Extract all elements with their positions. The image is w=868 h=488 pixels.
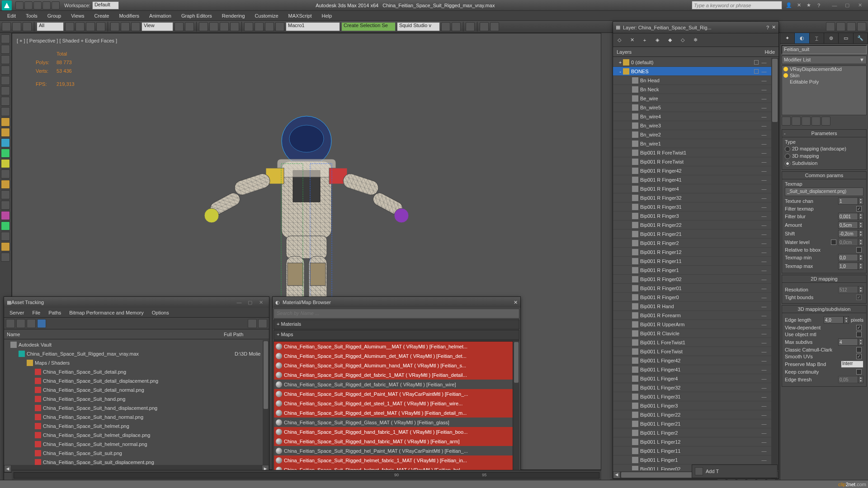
material-row[interactable]: China_Feitian_Space_Suit_Rigged_Aluminum… bbox=[274, 351, 513, 361]
material-row[interactable]: China_Feitian_Space_Suit_Rigged_det_stee… bbox=[274, 408, 513, 418]
filblur-spin[interactable]: ▲▼ bbox=[838, 213, 863, 220]
ltool-12[interactable] bbox=[1, 149, 10, 158]
app-logo[interactable] bbox=[2, 0, 12, 10]
menu-help[interactable]: Help bbox=[317, 12, 337, 20]
render-frame-icon[interactable] bbox=[490, 22, 499, 31]
layer-row[interactable]: +0 (default)— bbox=[613, 58, 771, 67]
layer-row[interactable]: Bip001 R Clavicle— bbox=[613, 329, 771, 338]
asset-col-name[interactable]: Name bbox=[7, 332, 224, 337]
material-row[interactable]: China_Feitian_Space_Suit_Rigged_hel_Pain… bbox=[274, 446, 513, 455]
asset-row[interactable]: China_Feitian_Space_Suit_hand.png bbox=[4, 394, 263, 404]
asset-row[interactable]: China_Feitian_Space_Suit_hand_displaceme… bbox=[4, 404, 263, 413]
layer-row[interactable]: Bip001 R Finger0— bbox=[613, 293, 771, 302]
col-layers[interactable]: Layers bbox=[617, 49, 764, 55]
layer-row[interactable]: Bip001 R Finger01— bbox=[613, 284, 771, 293]
freeze-layer-icon[interactable]: ❄ bbox=[691, 36, 700, 45]
unlink-icon[interactable] bbox=[12, 22, 21, 31]
layer-row[interactable]: Bip001 R UpperArm— bbox=[613, 320, 771, 329]
ltool-5[interactable] bbox=[1, 76, 10, 85]
layer-row[interactable]: Bip001 L Finger2— bbox=[613, 428, 771, 437]
layer-row[interactable]: Bip001 L ForeTwist1— bbox=[613, 338, 771, 347]
select-rect-icon[interactable] bbox=[86, 22, 95, 31]
pivot-icon[interactable] bbox=[175, 22, 184, 31]
configure-icon[interactable] bbox=[821, 117, 830, 126]
mat-list[interactable]: China_Feitian_Space_Suit_Rigged_Aluminum… bbox=[274, 341, 513, 486]
tag-icon[interactable] bbox=[695, 467, 703, 475]
snap-icon[interactable] bbox=[199, 22, 208, 31]
layer-row[interactable]: Bip001 R Finger11— bbox=[613, 257, 771, 266]
minimize-icon[interactable]: — bbox=[828, 1, 841, 9]
asset-menu-options[interactable]: Options bbox=[148, 309, 173, 317]
scale-icon[interactable] bbox=[131, 22, 140, 31]
maxsub-spin[interactable]: ▲▼ bbox=[838, 338, 863, 346]
modifier-stack[interactable]: VRayDisplacementModSkinEditable Poly bbox=[782, 66, 867, 115]
curve-ed-icon[interactable] bbox=[441, 22, 450, 31]
amount-spin[interactable]: ▲▼ bbox=[838, 221, 863, 229]
layer-row[interactable]: Bip001 R Finger12— bbox=[613, 248, 771, 257]
tmax-spin[interactable]: ▲▼ bbox=[838, 263, 863, 270]
squid-select[interactable]: Squid Studio v bbox=[397, 22, 440, 31]
useobj-chk[interactable] bbox=[856, 332, 862, 337]
asset-list[interactable]: Autodesk VaultChina_Feitian_Space_Suit_R… bbox=[4, 340, 263, 465]
add-to-layer-icon[interactable]: + bbox=[640, 36, 649, 45]
asset-tb2[interactable] bbox=[16, 319, 25, 328]
render-preset-icon[interactable] bbox=[826, 22, 835, 31]
layer-row[interactable]: Bip001 R Finger42— bbox=[613, 166, 771, 175]
workspace-select[interactable]: Default bbox=[92, 1, 119, 9]
material-row[interactable]: China_Feitian_Space_Suit_Rigged_Aluminum… bbox=[274, 342, 513, 351]
exchange-icon[interactable]: ✕ bbox=[795, 1, 803, 9]
layer-row[interactable]: Bip001 L Finger41— bbox=[613, 365, 771, 374]
tmin-spin[interactable]: ▲▼ bbox=[838, 254, 863, 261]
object-name[interactable]: Feitian_suit bbox=[782, 45, 867, 54]
layer-row[interactable]: Bip001 L Finger3— bbox=[613, 401, 771, 410]
pct-snap-icon[interactable] bbox=[220, 22, 229, 31]
layers-icon[interactable] bbox=[275, 22, 284, 31]
layer-row[interactable]: Bip001 L ForeTwist— bbox=[613, 347, 771, 356]
delete-layer-icon[interactable]: ✕ bbox=[627, 36, 637, 45]
smuv-chk[interactable] bbox=[856, 354, 862, 359]
menu-group[interactable]: Group bbox=[43, 12, 66, 20]
asset-menu-file[interactable]: File bbox=[28, 309, 44, 317]
ethr-spin[interactable]: ▲▼ bbox=[838, 376, 863, 383]
asset-tb3[interactable] bbox=[27, 319, 36, 328]
asset-row[interactable]: Autodesk Vault bbox=[4, 340, 263, 349]
texmap-button[interactable]: _Suit_suit_displacement.png) bbox=[785, 188, 863, 196]
menu-animation[interactable]: Animation bbox=[145, 12, 176, 20]
mat-cat-maps[interactable]: + Maps bbox=[274, 330, 519, 340]
filtex-chk[interactable] bbox=[856, 206, 862, 211]
layer-title-bar[interactable]: ▦ Layer: China_Feitian_Space_Suit_Rig...… bbox=[613, 22, 778, 33]
asset-row[interactable]: China_Feitian_Space_Suit_helmet_displace… bbox=[4, 431, 263, 440]
select-link-icon[interactable] bbox=[2, 22, 11, 31]
mirror-icon[interactable] bbox=[255, 22, 264, 31]
align-icon[interactable] bbox=[265, 22, 274, 31]
layer-row[interactable]: Bip001 R Finger41— bbox=[613, 175, 771, 184]
render-teapot-icon[interactable] bbox=[836, 22, 845, 31]
save-icon[interactable] bbox=[33, 1, 42, 9]
layer-row[interactable]: Bn_wire2— bbox=[613, 130, 771, 139]
rollout-h-common[interactable]: Common params bbox=[782, 172, 866, 179]
selset-edit-icon[interactable] bbox=[244, 22, 253, 31]
col-hide[interactable]: Hide bbox=[764, 49, 775, 55]
hierarchy-tab-icon[interactable]: ⌶ bbox=[810, 33, 824, 43]
ltool-4[interactable] bbox=[1, 66, 10, 75]
window-crossing-icon[interactable] bbox=[96, 22, 105, 31]
layer-row[interactable]: Bip001 L Finger32— bbox=[613, 383, 771, 392]
ltool-15[interactable] bbox=[1, 180, 10, 189]
layer-row[interactable]: Bip001 R Finger3— bbox=[613, 211, 771, 221]
material-row[interactable]: China_Feitian_Space_Suit_Rigged_det_fabr… bbox=[274, 380, 513, 389]
material-row[interactable]: China_Feitian_Space_Suit_Rigged_Glass_MA… bbox=[274, 418, 513, 427]
layer-row[interactable]: Bip001 L Finger22— bbox=[613, 410, 771, 419]
menu-graph-editors[interactable]: Graph Editors bbox=[177, 12, 217, 20]
ltool-14[interactable] bbox=[1, 169, 10, 178]
make-unique-icon[interactable] bbox=[802, 117, 811, 126]
asset-options-icon[interactable] bbox=[258, 319, 267, 328]
ltool-11[interactable] bbox=[1, 138, 10, 147]
ltool-1[interactable] bbox=[1, 34, 10, 43]
create-tab-icon[interactable]: ✦ bbox=[780, 33, 795, 43]
rollout-h-2d[interactable]: 2D mapping bbox=[782, 275, 866, 283]
shift-spin[interactable]: ▲▼ bbox=[838, 230, 863, 237]
asset-row[interactable]: China_Feitian_Space_Suit_detail_displace… bbox=[4, 376, 263, 385]
relbb-chk[interactable] bbox=[856, 247, 862, 253]
layer-row[interactable]: Bip001 R Finger02— bbox=[613, 275, 771, 284]
render-iter-icon[interactable] bbox=[857, 22, 866, 31]
